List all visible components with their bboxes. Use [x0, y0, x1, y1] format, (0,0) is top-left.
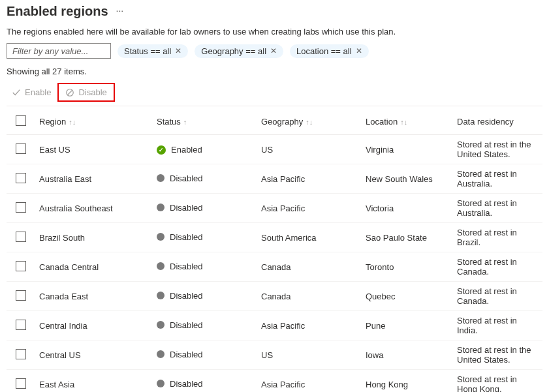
cell-location: Iowa	[362, 340, 453, 370]
cell-geography: Canada	[257, 282, 362, 311]
cell-geography: Asia Pacific	[257, 311, 362, 340]
cell-residency: Stored at rest in Brazil.	[453, 223, 542, 252]
col-header-location[interactable]: Location↑↓	[362, 109, 453, 135]
status-disabled-icon	[157, 262, 165, 270]
cell-geography: Asia Pacific	[257, 370, 362, 393]
sort-asc-icon: ↑	[183, 118, 187, 126]
row-checkbox[interactable]	[16, 261, 26, 271]
cell-status: Disabled	[153, 252, 257, 282]
action-bar: Enable Disable	[7, 83, 542, 106]
cell-location: Quebec	[362, 282, 453, 311]
status-disabled-icon	[157, 204, 165, 211]
cell-residency: Stored at rest in Australia.	[453, 194, 542, 223]
col-header-geography[interactable]: Geography↑↓	[257, 109, 362, 135]
status-disabled-icon	[157, 233, 165, 241]
cell-status: Disabled	[153, 194, 257, 223]
status-disabled-icon	[157, 174, 165, 182]
disable-button[interactable]: Disable	[60, 85, 112, 100]
row-checkbox[interactable]	[16, 378, 26, 389]
sort-icon: ↑↓	[69, 118, 76, 126]
col-header-region[interactable]: Region↑↓	[35, 109, 153, 135]
page-description: The regions enabled here will be availab…	[7, 27, 542, 37]
table-row: Canada EastDisabledCanadaQuebecStored at…	[7, 282, 542, 311]
cell-geography: Asia Pacific	[257, 164, 362, 194]
table-row: Australia SoutheastDisabledAsia PacificV…	[7, 194, 542, 223]
table-row: Canada CentralDisabledCanadaTorontoStore…	[7, 252, 542, 282]
status-disabled-icon	[157, 292, 165, 299]
row-checkbox[interactable]	[16, 320, 26, 330]
cell-region: Central US	[35, 340, 153, 370]
col-header-status[interactable]: Status↑	[153, 109, 257, 135]
filter-pill-geography[interactable]: Geography == all ✕	[195, 44, 283, 58]
close-icon[interactable]: ✕	[270, 46, 277, 55]
cell-geography: South America	[257, 223, 362, 252]
table-row: East US✓EnabledUSVirginiaStored at rest …	[7, 135, 542, 164]
cell-residency: Stored at rest in Canada.	[453, 252, 542, 282]
close-icon[interactable]: ✕	[356, 46, 362, 55]
cell-location: Pune	[362, 311, 453, 340]
cell-region: Australia East	[35, 164, 153, 194]
cell-status: Disabled	[153, 282, 257, 311]
cell-residency: Stored at rest in Canada.	[453, 282, 542, 311]
cell-geography: US	[257, 135, 362, 164]
cell-geography: Canada	[257, 252, 362, 282]
cell-location: Sao Paulo State	[362, 223, 453, 252]
row-checkbox[interactable]	[16, 232, 26, 242]
disable-label: Disable	[78, 87, 106, 97]
cell-region: Australia Southeast	[35, 194, 153, 223]
status-disabled-icon	[157, 380, 165, 387]
cell-status: ✓Enabled	[153, 135, 257, 164]
cell-location: Virginia	[362, 135, 453, 164]
table-row: Australia EastDisabledAsia PacificNew So…	[7, 164, 542, 194]
filter-pill-location[interactable]: Location == all ✕	[290, 44, 369, 58]
cell-status: Disabled	[153, 223, 257, 252]
close-icon[interactable]: ✕	[175, 46, 181, 55]
col-header-residency[interactable]: Data residency	[453, 109, 542, 135]
status-disabled-icon	[157, 350, 165, 358]
select-all-checkbox[interactable]	[16, 115, 26, 126]
enable-button[interactable]: Enable	[7, 85, 56, 100]
status-enabled-icon: ✓	[157, 145, 166, 155]
filter-pill-label: Status == all	[124, 46, 171, 56]
row-checkbox[interactable]	[16, 202, 26, 213]
cell-geography: US	[257, 340, 362, 370]
sort-icon: ↑↓	[400, 118, 407, 126]
table-row: Central USDisabledUSIowaStored at rest i…	[7, 340, 542, 370]
cell-region: Canada Central	[35, 252, 153, 282]
filter-pill-label: Location == all	[296, 46, 352, 56]
table-row: Central IndiaDisabledAsia PacificPuneSto…	[7, 311, 542, 340]
sort-icon: ↑↓	[306, 118, 313, 126]
cell-residency: Stored at rest in the United States.	[453, 340, 542, 370]
row-checkbox[interactable]	[16, 143, 26, 154]
status-disabled-icon	[157, 321, 165, 329]
enable-label: Enable	[25, 87, 51, 97]
more-icon[interactable]: ···	[116, 5, 124, 18]
cell-region: East Asia	[35, 370, 153, 393]
cell-status: Disabled	[153, 311, 257, 340]
filter-bar: Status == all ✕ Geography == all ✕ Locat…	[7, 43, 542, 59]
svg-line-1	[68, 90, 72, 95]
row-checkbox[interactable]	[16, 290, 26, 301]
highlight-disable: Disable	[57, 83, 114, 102]
regions-table: Region↑↓ Status↑ Geography↑↓ Location↑↓ …	[7, 109, 542, 392]
cell-location: Victoria	[362, 194, 453, 223]
cell-residency: Stored at rest in India.	[453, 311, 542, 340]
cell-status: Disabled	[153, 340, 257, 370]
table-row: Brazil SouthDisabledSouth AmericaSao Pau…	[7, 223, 542, 252]
cell-region: Central India	[35, 311, 153, 340]
cell-residency: Stored at rest in Australia.	[453, 164, 542, 194]
cell-region: East US	[35, 135, 153, 164]
cell-region: Brazil South	[35, 223, 153, 252]
prohibit-icon	[65, 88, 74, 97]
cell-residency: Stored at rest in the United States.	[453, 135, 542, 164]
table-row: East AsiaDisabledAsia PacificHong KongSt…	[7, 370, 542, 393]
cell-geography: Asia Pacific	[257, 194, 362, 223]
cell-status: Disabled	[153, 370, 257, 393]
row-checkbox[interactable]	[16, 349, 26, 359]
cell-residency: Stored at rest in Hong Kong.	[453, 370, 542, 393]
check-icon	[12, 88, 21, 97]
filter-input[interactable]	[7, 43, 111, 59]
cell-location: Toronto	[362, 252, 453, 282]
row-checkbox[interactable]	[16, 173, 26, 183]
filter-pill-status[interactable]: Status == all ✕	[118, 44, 188, 58]
